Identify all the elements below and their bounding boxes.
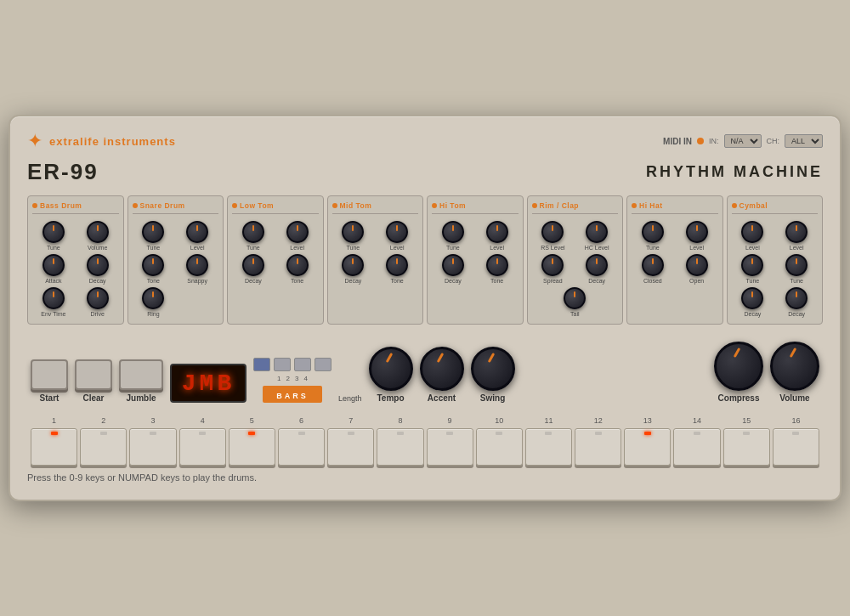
rim-clap-knobs: RS Level HC Level Spread Decay Tail bbox=[532, 221, 619, 317]
mid-tom-knobs: Tune Level Decay Tone bbox=[332, 221, 419, 284]
hi-tom-dot bbox=[432, 203, 437, 208]
cymbal-header: Cymbal bbox=[732, 201, 819, 214]
hihat-section: Hi Hat Tune Level Closed Open bbox=[626, 195, 723, 325]
hi-tom-level-knob[interactable] bbox=[486, 221, 508, 243]
bar-2-button[interactable] bbox=[274, 358, 291, 371]
bar-4-button[interactable] bbox=[314, 358, 332, 371]
volume-area: Volume bbox=[770, 342, 819, 403]
step-3[interactable] bbox=[129, 428, 176, 466]
cymbal-level1-knob[interactable] bbox=[741, 221, 763, 243]
snare-tune-knob[interactable] bbox=[142, 221, 164, 243]
low-tom-tone-knob[interactable] bbox=[286, 254, 309, 276]
start-area: Start bbox=[31, 359, 68, 403]
tempo-area: Tempo bbox=[369, 347, 413, 403]
cymbal-decay1-knob[interactable] bbox=[741, 287, 763, 309]
step-5[interactable] bbox=[229, 428, 275, 466]
tail-knob[interactable] bbox=[564, 287, 586, 309]
step-6[interactable] bbox=[278, 428, 325, 466]
cymbal-label: Cymbal bbox=[740, 201, 768, 210]
hihat-label: Hi Hat bbox=[639, 201, 663, 210]
volume-knob[interactable] bbox=[87, 221, 109, 243]
hihat-tune-knob[interactable] bbox=[642, 221, 664, 243]
decay-knob[interactable] bbox=[87, 254, 109, 276]
swing-knob[interactable] bbox=[471, 347, 515, 391]
mid-tom-decay-knob[interactable] bbox=[342, 254, 364, 276]
step-numbers: 1 2 3 4 5 6 7 8 9 10 11 12 13 14 15 16 bbox=[31, 416, 819, 425]
step-14[interactable] bbox=[673, 428, 720, 466]
hi-tom-tune-knob[interactable] bbox=[442, 221, 464, 243]
step-7[interactable] bbox=[327, 428, 374, 466]
hihat-dot bbox=[632, 203, 637, 208]
bar-1-button[interactable] bbox=[253, 358, 270, 371]
hc-level-knob[interactable] bbox=[586, 221, 608, 243]
tempo-knob[interactable] bbox=[369, 347, 413, 391]
low-tom-decay-knob[interactable] bbox=[242, 254, 264, 276]
hihat-closed-knob[interactable] bbox=[642, 254, 664, 276]
mid-tom-level-knob[interactable] bbox=[386, 221, 408, 243]
step-2[interactable] bbox=[80, 428, 127, 466]
step-1-led bbox=[51, 432, 58, 435]
snare-level-knob[interactable] bbox=[186, 221, 208, 243]
midi-label: MIDI IN bbox=[663, 137, 692, 146]
hihat-knobs: Tune Level Closed Open bbox=[632, 221, 718, 284]
step-9-led bbox=[446, 432, 453, 435]
step-11[interactable] bbox=[525, 428, 572, 466]
low-tom-tune-knob[interactable] bbox=[242, 221, 264, 243]
rim-decay-knob[interactable] bbox=[586, 254, 608, 276]
controls-row: Start Clear Jumble JMB 1 2 3 bbox=[27, 335, 823, 406]
low-tom-level-knob[interactable] bbox=[286, 221, 309, 243]
snare-ring: Ring bbox=[133, 287, 175, 317]
accent-area: Accent bbox=[420, 347, 464, 403]
cymbal-tune2-knob[interactable] bbox=[785, 254, 808, 276]
snare-tone-knob[interactable] bbox=[142, 254, 164, 276]
step-1[interactable] bbox=[31, 428, 77, 466]
bar-3-button[interactable] bbox=[294, 358, 311, 371]
compress-knob[interactable] bbox=[714, 342, 763, 391]
step-buttons bbox=[31, 428, 819, 466]
drive-knob[interactable] bbox=[87, 287, 109, 309]
hihat-level-knob[interactable] bbox=[686, 221, 708, 243]
compress-label: Compress bbox=[718, 393, 760, 403]
rs-level-knob[interactable] bbox=[541, 221, 564, 243]
clear-button[interactable] bbox=[75, 359, 112, 390]
step-10[interactable] bbox=[476, 428, 523, 466]
tune-knob[interactable] bbox=[42, 221, 65, 243]
snare-snappy-knob[interactable] bbox=[186, 254, 208, 276]
rim-clap-header: Rim / Clap bbox=[532, 201, 619, 214]
cymbal-decay2-knob[interactable] bbox=[785, 287, 808, 309]
cymbal-tune1-knob[interactable] bbox=[741, 254, 763, 276]
step-15[interactable] bbox=[723, 428, 770, 466]
cymbal-knobs: Level Level Tune Tune Decay bbox=[732, 221, 819, 317]
step-13[interactable] bbox=[624, 428, 671, 466]
step-13-led bbox=[644, 432, 651, 435]
hi-tom-tone-knob[interactable] bbox=[486, 254, 508, 276]
step-4[interactable] bbox=[179, 428, 226, 466]
bass-drum-label: Bass Drum bbox=[40, 201, 82, 210]
accent-knob[interactable] bbox=[420, 347, 464, 391]
snare-ring-knob[interactable] bbox=[142, 287, 164, 309]
step-16[interactable] bbox=[773, 428, 819, 466]
bars-label: BARS bbox=[276, 392, 309, 400]
step-9[interactable] bbox=[427, 428, 473, 466]
hihat-open-knob[interactable] bbox=[686, 254, 708, 276]
bass-drum-attack: Attack bbox=[32, 254, 75, 284]
step-4-led bbox=[199, 432, 206, 435]
attack-knob[interactable] bbox=[42, 254, 65, 276]
start-button[interactable] bbox=[31, 359, 68, 390]
volume-knob-main[interactable] bbox=[770, 342, 819, 391]
step-12[interactable] bbox=[575, 428, 621, 466]
hi-tom-decay-knob[interactable] bbox=[442, 254, 464, 276]
spread-knob[interactable] bbox=[541, 254, 564, 276]
mid-tom-tune-knob[interactable] bbox=[342, 221, 364, 243]
jumble-button[interactable] bbox=[119, 359, 163, 390]
cymbal-level2-knob[interactable] bbox=[785, 221, 808, 243]
midi-ch-select[interactable]: ALL bbox=[785, 134, 823, 148]
midi-in-select[interactable]: N/A bbox=[724, 134, 762, 148]
cymbal-dot bbox=[732, 203, 737, 208]
step-8[interactable] bbox=[377, 428, 423, 466]
envtime-knob[interactable] bbox=[42, 287, 65, 309]
mid-tom-tone-knob[interactable] bbox=[386, 254, 408, 276]
step-6-led bbox=[298, 432, 305, 435]
snare-label: Snare Drum bbox=[140, 201, 185, 210]
bass-drum-decay: Decay bbox=[76, 254, 119, 284]
